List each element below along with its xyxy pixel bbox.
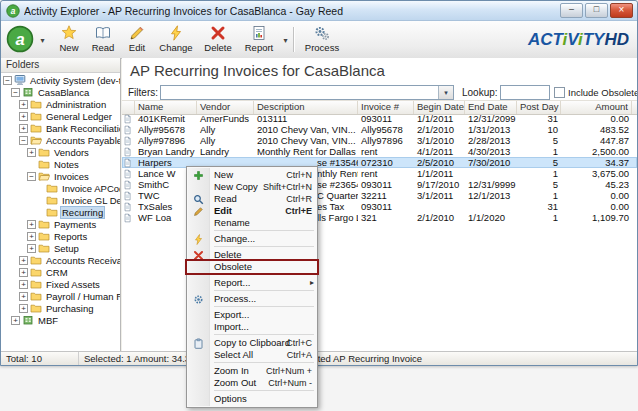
lookup-input[interactable] [500, 85, 550, 100]
menu-item-select-all[interactable]: Select AllCtrl+A [187, 349, 317, 361]
tree-item-purchasing[interactable]: +Purchasing [1, 302, 120, 314]
cell-begin-date: 3/1/2011 [414, 190, 465, 201]
include-obsolete-checkbox[interactable] [554, 87, 565, 98]
tree-item-invoice-apcodes[interactable]: Invoice APCodes [1, 182, 120, 194]
menu-shortcut: Ctrl+A [287, 349, 312, 361]
new-button[interactable]: New [53, 24, 85, 55]
report-button[interactable]: Report [239, 24, 279, 55]
tree-item-label: Reports [52, 231, 89, 242]
tree-item-invoice-gl-detail[interactable]: Invoice GL Detail [1, 194, 120, 206]
tree-item-general-ledger[interactable]: +General Ledger [1, 110, 120, 122]
maximize-button[interactable]: □ [585, 3, 608, 18]
tree-item-setup[interactable]: +Setup [1, 242, 120, 254]
tree-item-label: CRM [44, 267, 70, 278]
expand-box-icon[interactable]: + [27, 232, 36, 241]
table-row[interactable]: Ally#97896Ally2010 Chevy Van, VIN...Ally… [122, 135, 637, 146]
close-button[interactable]: × [610, 3, 633, 18]
tree-item-recurring[interactable]: Recurring [1, 206, 120, 218]
process-button[interactable]: Process [299, 24, 345, 55]
invoice-doc-icon [122, 201, 135, 212]
filters-combobox[interactable]: ▾ [160, 85, 454, 100]
tree-item-label: Invoice GL Detail [60, 195, 120, 206]
delete-icon [193, 250, 204, 261]
tree-item-fixed-assets[interactable]: +Fixed Assets [1, 278, 120, 290]
menu-item-label: Rename [214, 217, 250, 228]
activityhd-menu-dropdown-icon[interactable]: ▾ [37, 25, 48, 55]
change-button[interactable]: Change [155, 24, 197, 55]
tree-item-casablanca[interactable]: −CasaBlanca [1, 86, 120, 98]
menu-item-change[interactable]: Change... [187, 233, 317, 245]
table-row[interactable]: Ally#95678Ally2010 Chevy Van, VIN...Ally… [122, 124, 637, 135]
tree-item-payroll-human-resources[interactable]: +Payroll / Human Resources [1, 290, 120, 302]
collapse-box-icon[interactable]: − [19, 136, 28, 145]
tree-item-crm[interactable]: +CRM [1, 266, 120, 278]
expand-box-icon[interactable]: + [19, 292, 28, 301]
tree-item-accounts-payable[interactable]: −Accounts Payable [1, 134, 120, 146]
menu-item-edit[interactable]: EditCtrl+E [187, 205, 317, 217]
cell-invoice: rent [358, 168, 414, 179]
cell-name: Ally#95678 [135, 124, 197, 135]
menu-item-options[interactable]: Options [187, 393, 317, 405]
table-row[interactable]: Bryan LandryLandryMonthly Rent for Dalla… [122, 146, 637, 157]
folder-tree: −Activity System (dev-ts1)−CasaBlanca+Ad… [1, 74, 120, 352]
tree-item-vendors[interactable]: +Vendors [1, 146, 120, 158]
cell-post-day: 1 [517, 146, 561, 157]
tree-item-notes[interactable]: Notes [1, 158, 120, 170]
menu-item-new-copy[interactable]: New CopyShift+Ctrl+N [187, 181, 317, 193]
folder-icon [46, 194, 58, 206]
expand-box-icon[interactable]: + [27, 220, 36, 229]
folder-icon [30, 122, 42, 134]
tree-item-activity-system-dev-ts1[interactable]: −Activity System (dev-ts1) [1, 74, 120, 86]
menu-item-label: Read [214, 193, 237, 204]
cell-amount: 483.52 [561, 124, 632, 135]
cell-begin-date: 9/17/2010 [414, 179, 465, 190]
menu-item-export[interactable]: Export... [187, 309, 317, 321]
collapse-box-icon[interactable]: − [11, 88, 20, 97]
folder-icon [38, 158, 50, 170]
expand-box-icon[interactable]: + [19, 256, 28, 265]
expand-box-icon[interactable]: + [27, 244, 36, 253]
edit-button[interactable]: Edit [121, 24, 153, 55]
expand-box-icon[interactable]: + [19, 304, 28, 313]
expand-box-icon[interactable]: + [27, 148, 36, 157]
delete-button[interactable]: Delete [199, 24, 237, 55]
folder-icon [30, 278, 42, 290]
expand-box-icon[interactable]: + [19, 268, 28, 277]
tree-item-payments[interactable]: +Payments [1, 218, 120, 230]
menu-item-rename[interactable]: Rename [187, 217, 317, 229]
tree-item-bank-reconciliation[interactable]: +Bank Reconciliation [1, 122, 120, 134]
menu-item-delete[interactable]: Delete [187, 249, 317, 261]
menu-item-zoom-in[interactable]: Zoom InCtrl+Num + [187, 365, 317, 377]
menu-item-label: Select All [214, 349, 253, 360]
menu-item-zoom-out[interactable]: Zoom OutCtrl+Num - [187, 377, 317, 389]
folder-icon [30, 110, 42, 122]
tree-item-administration[interactable]: +Administration [1, 98, 120, 110]
expand-box-icon[interactable]: + [11, 316, 20, 325]
menu-item-read[interactable]: ReadCtrl+R [187, 193, 317, 205]
menu-item-new[interactable]: NewCtrl+N [187, 169, 317, 181]
minimize-button[interactable]: – [560, 3, 583, 18]
table-row[interactable]: 401KRemitAmerFunds0131110930111/1/201112… [122, 113, 637, 124]
menu-item-label: Obsolete [214, 261, 252, 272]
tree-item-mbf[interactable]: +MBF [1, 314, 120, 326]
chevron-down-icon[interactable]: ▾ [438, 86, 453, 99]
expand-box-icon[interactable]: + [19, 124, 28, 133]
collapse-box-icon[interactable]: − [27, 172, 36, 181]
collapse-box-icon[interactable]: − [3, 76, 12, 85]
tree-item-accounts-receivable[interactable]: +Accounts Receivable [1, 254, 120, 266]
brand-suffix: HD [604, 30, 629, 49]
cell-name: 401KRemit [135, 113, 197, 124]
menu-item-report[interactable]: Report...▸ [187, 277, 317, 289]
menu-item-obsolete[interactable]: Obsolete [187, 261, 317, 273]
expand-box-icon[interactable]: + [19, 280, 28, 289]
read-button[interactable]: Read [87, 24, 119, 55]
tree-item-invoices[interactable]: −Invoices [1, 170, 120, 182]
report-dropdown-icon[interactable]: ▾ [280, 25, 291, 55]
expand-box-icon[interactable]: + [19, 100, 28, 109]
menu-item-process[interactable]: Process... [187, 293, 317, 305]
tree-item-reports[interactable]: +Reports [1, 230, 120, 242]
expand-box-icon[interactable]: + [19, 112, 28, 121]
activityhd-menu-button[interactable]: a [6, 25, 36, 55]
menu-item-import[interactable]: Import... [187, 321, 317, 333]
menu-item-copy-to-clipboard[interactable]: Copy to ClipboardCtrl+C [187, 337, 317, 349]
